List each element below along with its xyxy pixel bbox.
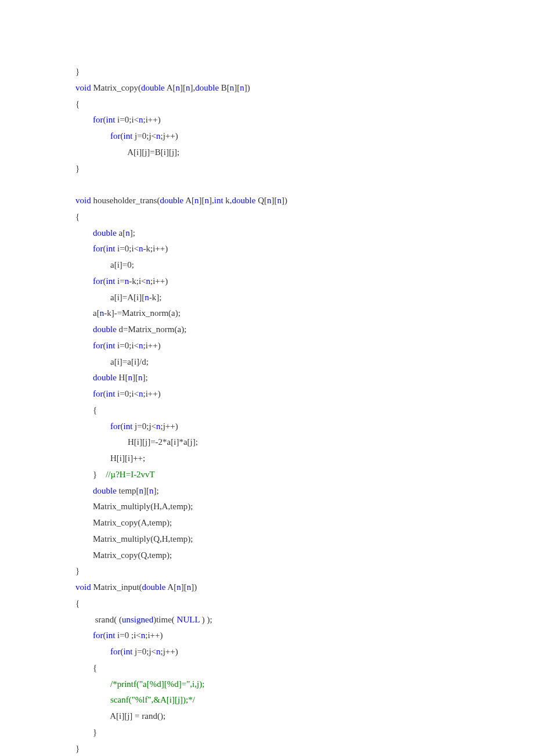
code-token: double bbox=[93, 228, 117, 237]
code-token: A[i][j]=B[i][j]; bbox=[75, 147, 179, 157]
code-token: ;i++) bbox=[143, 389, 161, 398]
code-token bbox=[75, 631, 93, 640]
code-token: for bbox=[93, 389, 103, 398]
code-token: )time( bbox=[153, 615, 176, 624]
code-token: ][ bbox=[181, 582, 187, 592]
code-line: } bbox=[75, 741, 534, 757]
code-token: double bbox=[142, 582, 166, 592]
code-token: ]; bbox=[142, 373, 147, 382]
code-token: int bbox=[124, 131, 133, 141]
code-token: ;j++) bbox=[161, 131, 178, 141]
code-token: void bbox=[75, 83, 91, 92]
code-token: n bbox=[149, 486, 154, 495]
code-token: { bbox=[75, 99, 80, 109]
code-line: } bbox=[75, 725, 534, 741]
code-token: B[ bbox=[219, 83, 230, 92]
code-token bbox=[75, 373, 93, 382]
code-token bbox=[75, 131, 110, 141]
code-token bbox=[75, 647, 110, 656]
code-token: for bbox=[93, 341, 103, 350]
code-token: int bbox=[106, 341, 116, 350]
code-token bbox=[75, 228, 93, 237]
code-token: ][ bbox=[234, 83, 240, 92]
code-token: A[ bbox=[165, 83, 176, 92]
code-token: double bbox=[160, 196, 183, 205]
code-line: double d=Matrix_norm(a); bbox=[75, 322, 534, 338]
code-token: for bbox=[93, 631, 103, 640]
code-token: Matrix_copy(A,temp); bbox=[75, 518, 172, 527]
code-token: k, bbox=[223, 196, 232, 205]
code-token: } bbox=[75, 164, 80, 173]
code-line: /*printf("a[%d][%d]=",i,j); bbox=[75, 676, 534, 693]
code-line: } bbox=[75, 563, 534, 579]
code-token: ][ bbox=[132, 373, 138, 382]
code-token: n bbox=[139, 244, 143, 253]
code-token bbox=[75, 244, 93, 253]
code-token: i=0;i< bbox=[115, 244, 139, 253]
code-token: Matrix_input( bbox=[91, 582, 142, 592]
code-line: a[i]=A[i][n-k]; bbox=[75, 290, 534, 306]
code-line: { bbox=[75, 96, 534, 113]
code-line: Matrix_copy(Q,temp); bbox=[75, 548, 534, 564]
code-token: for bbox=[110, 647, 121, 656]
code-token: /*printf("a[%d][%d]=",i,j); bbox=[110, 679, 204, 689]
code-token: unsigned bbox=[122, 615, 153, 624]
code-line: for(int i=0;i<n;i++) bbox=[75, 112, 534, 128]
code-token: n bbox=[240, 83, 244, 92]
code-token: n bbox=[146, 276, 151, 286]
code-token bbox=[75, 679, 110, 689]
code-token: Q[ bbox=[255, 196, 267, 205]
code-token: ;i++) bbox=[143, 341, 161, 350]
code-token: n bbox=[156, 647, 161, 656]
code-token: for bbox=[110, 422, 121, 431]
code-token: a[ bbox=[75, 308, 100, 318]
code-token: int bbox=[106, 389, 116, 398]
code-token: } bbox=[75, 67, 80, 76]
code-token: int bbox=[124, 422, 133, 431]
code-token: ;i++) bbox=[145, 631, 163, 640]
code-line: double temp[n][n]; bbox=[75, 483, 534, 499]
code-line: } //µ?H=I-2vvT bbox=[75, 467, 534, 483]
code-token: n bbox=[139, 115, 143, 124]
code-token: n bbox=[145, 293, 149, 302]
code-token bbox=[75, 389, 93, 398]
code-token: n bbox=[156, 131, 161, 141]
code-token bbox=[75, 115, 93, 124]
code-token: double bbox=[195, 83, 219, 92]
code-token: j=0;j< bbox=[132, 131, 156, 141]
code-token: int bbox=[106, 115, 116, 124]
code-token: n bbox=[139, 341, 143, 350]
code-token: a[i]=A[i][ bbox=[75, 293, 145, 302]
code-token: -k;i< bbox=[129, 276, 146, 286]
code-token: ], bbox=[209, 196, 214, 205]
code-line: for(int j=0;j<n;j++) bbox=[75, 128, 534, 145]
code-token bbox=[75, 276, 93, 286]
code-token: a[i]=a[i]/d; bbox=[75, 357, 149, 366]
code-token: ][ bbox=[143, 486, 149, 495]
code-line: void householder_trans(double A[n][n],in… bbox=[75, 193, 534, 209]
code-line: srand( (unsigned)time( NULL ) ); bbox=[75, 612, 534, 628]
code-token: int bbox=[124, 647, 133, 656]
code-token: H[i][i]++; bbox=[75, 453, 145, 463]
code-line: for(int i=0;i<n-k;i++) bbox=[75, 241, 534, 257]
code-line: Matrix_multiply(H,A,temp); bbox=[75, 499, 534, 515]
code-token: ]; bbox=[130, 228, 135, 237]
code-listing: }void Matrix_copy(double A[n][n],double … bbox=[75, 64, 534, 756]
code-token: void bbox=[75, 582, 91, 592]
code-token: j=0;j< bbox=[132, 422, 156, 431]
code-token: i= bbox=[115, 276, 124, 286]
code-token: ;i++) bbox=[143, 115, 161, 124]
code-token: double bbox=[141, 83, 165, 92]
code-line: a[n-k]-=Matrix_norm(a); bbox=[75, 305, 534, 322]
code-token: } bbox=[75, 728, 97, 737]
code-token: i=0;i< bbox=[115, 341, 139, 350]
code-token: H[i][j]=-2*a[i]*a[j]; bbox=[75, 437, 198, 447]
code-token: ;i++) bbox=[150, 276, 168, 286]
code-token: j=0;j< bbox=[132, 647, 156, 656]
code-token: H[ bbox=[117, 373, 128, 382]
code-token: double bbox=[93, 373, 117, 382]
code-line: { bbox=[75, 596, 534, 612]
code-token: n bbox=[175, 83, 180, 92]
code-token: srand( ( bbox=[75, 615, 122, 624]
code-token: ) ); bbox=[200, 615, 212, 624]
